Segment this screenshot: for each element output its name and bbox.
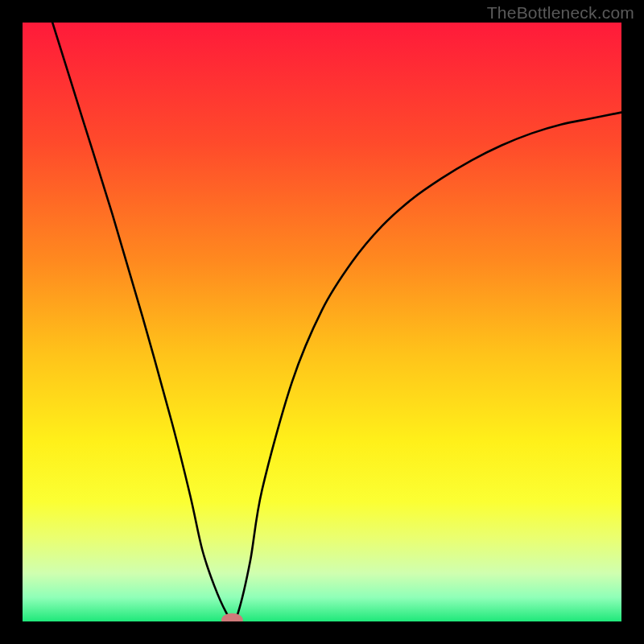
- watermark-text: TheBottleneck.com: [487, 3, 634, 23]
- plot-area: [23, 23, 621, 621]
- chart-container: TheBottleneck.com: [0, 0, 644, 644]
- gradient-background: [23, 23, 621, 621]
- chart-svg: [23, 23, 621, 621]
